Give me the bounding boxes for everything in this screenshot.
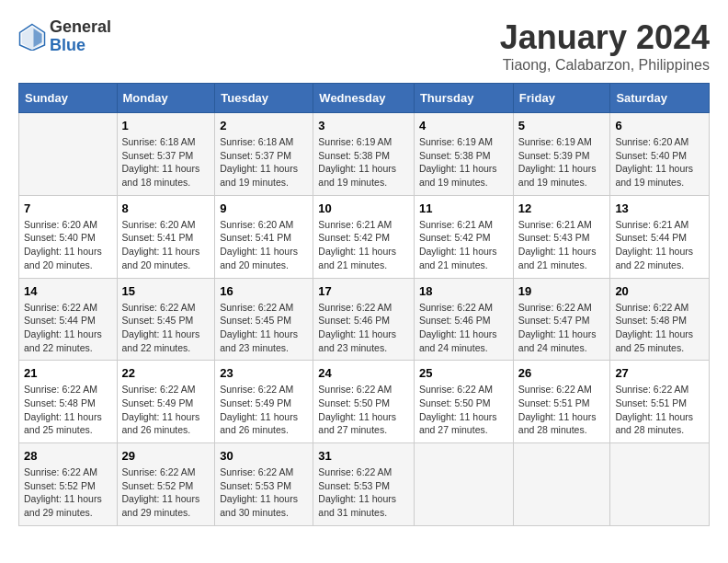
location-subtitle: Tiaong, Calabarzon, Philippines [500, 57, 710, 74]
calendar-cell: 24Sunrise: 6:22 AMSunset: 5:50 PMDayligh… [313, 361, 415, 443]
day-info: Sunrise: 6:21 AMSunset: 5:42 PMDaylight:… [419, 218, 508, 272]
weekday-header-thursday: Thursday [414, 84, 513, 113]
calendar-cell: 26Sunrise: 6:22 AMSunset: 5:51 PMDayligh… [513, 361, 610, 443]
calendar-cell: 28Sunrise: 6:22 AMSunset: 5:52 PMDayligh… [19, 443, 118, 526]
calendar-cell: 14Sunrise: 6:22 AMSunset: 5:44 PMDayligh… [19, 278, 118, 361]
day-info: Sunrise: 6:22 AMSunset: 5:52 PMDaylight:… [122, 465, 210, 520]
day-info: Sunrise: 6:22 AMSunset: 5:52 PMDaylight:… [24, 465, 112, 520]
week-row-2: 7Sunrise: 6:20 AMSunset: 5:40 PMDaylight… [19, 195, 710, 278]
day-number: 13 [615, 201, 704, 215]
day-info: Sunrise: 6:18 AMSunset: 5:37 PMDaylight:… [122, 135, 210, 190]
weekday-header-friday: Friday [513, 84, 610, 113]
calendar-cell: 16Sunrise: 6:22 AMSunset: 5:45 PMDayligh… [215, 278, 313, 361]
weekday-header-saturday: Saturday [610, 84, 710, 113]
calendar-cell: 11Sunrise: 6:21 AMSunset: 5:42 PMDayligh… [414, 195, 513, 278]
day-number: 6 [615, 119, 704, 132]
logo: General Blue [18, 18, 111, 55]
calendar-cell: 1Sunrise: 6:18 AMSunset: 5:37 PMDaylight… [117, 113, 215, 196]
day-info: Sunrise: 6:22 AMSunset: 5:46 PMDaylight:… [419, 301, 508, 355]
calendar-cell: 23Sunrise: 6:22 AMSunset: 5:49 PMDayligh… [215, 361, 313, 443]
day-info: Sunrise: 6:22 AMSunset: 5:50 PMDaylight:… [318, 383, 409, 437]
day-info: Sunrise: 6:20 AMSunset: 5:41 PMDaylight:… [220, 218, 308, 272]
day-info: Sunrise: 6:22 AMSunset: 5:49 PMDaylight:… [220, 383, 308, 437]
calendar-cell: 8Sunrise: 6:20 AMSunset: 5:41 PMDaylight… [117, 195, 215, 278]
day-info: Sunrise: 6:21 AMSunset: 5:43 PMDaylight:… [518, 218, 606, 272]
week-row-4: 21Sunrise: 6:22 AMSunset: 5:48 PMDayligh… [19, 361, 710, 443]
day-number: 14 [24, 284, 112, 298]
calendar-cell [513, 443, 610, 526]
day-number: 28 [24, 449, 112, 463]
weekday-header-row: SundayMondayTuesdayWednesdayThursdayFrid… [19, 84, 710, 113]
month-title: January 2024 [500, 18, 710, 57]
day-number: 8 [122, 201, 210, 215]
calendar-cell: 10Sunrise: 6:21 AMSunset: 5:42 PMDayligh… [313, 195, 415, 278]
weekday-header-tuesday: Tuesday [215, 84, 313, 113]
day-info: Sunrise: 6:20 AMSunset: 5:41 PMDaylight:… [122, 218, 210, 272]
day-number: 27 [615, 366, 704, 380]
week-row-5: 28Sunrise: 6:22 AMSunset: 5:52 PMDayligh… [19, 443, 710, 526]
calendar-cell: 4Sunrise: 6:19 AMSunset: 5:38 PMDaylight… [414, 113, 513, 196]
day-number: 9 [220, 201, 308, 215]
calendar-cell: 21Sunrise: 6:22 AMSunset: 5:48 PMDayligh… [19, 361, 118, 443]
day-info: Sunrise: 6:22 AMSunset: 5:46 PMDaylight:… [318, 301, 409, 355]
calendar-cell: 31Sunrise: 6:22 AMSunset: 5:53 PMDayligh… [313, 443, 415, 526]
day-info: Sunrise: 6:19 AMSunset: 5:38 PMDaylight:… [419, 135, 508, 190]
day-info: Sunrise: 6:22 AMSunset: 5:49 PMDaylight:… [122, 383, 210, 437]
day-number: 21 [24, 366, 112, 380]
day-info: Sunrise: 6:22 AMSunset: 5:48 PMDaylight:… [615, 301, 704, 355]
calendar-cell: 20Sunrise: 6:22 AMSunset: 5:48 PMDayligh… [610, 278, 710, 361]
logo-icon [18, 23, 46, 51]
week-row-3: 14Sunrise: 6:22 AMSunset: 5:44 PMDayligh… [19, 278, 710, 361]
day-info: Sunrise: 6:22 AMSunset: 5:51 PMDaylight:… [615, 383, 704, 437]
day-number: 3 [318, 119, 409, 132]
calendar-cell: 18Sunrise: 6:22 AMSunset: 5:46 PMDayligh… [414, 278, 513, 361]
day-info: Sunrise: 6:22 AMSunset: 5:47 PMDaylight:… [518, 301, 606, 355]
day-number: 2 [220, 119, 308, 132]
day-info: Sunrise: 6:22 AMSunset: 5:48 PMDaylight:… [24, 383, 112, 437]
day-info: Sunrise: 6:22 AMSunset: 5:51 PMDaylight:… [518, 383, 606, 437]
calendar-cell: 25Sunrise: 6:22 AMSunset: 5:50 PMDayligh… [414, 361, 513, 443]
calendar-cell [414, 443, 513, 526]
day-number: 23 [220, 366, 308, 380]
calendar-cell: 29Sunrise: 6:22 AMSunset: 5:52 PMDayligh… [117, 443, 215, 526]
calendar-cell: 2Sunrise: 6:18 AMSunset: 5:37 PMDaylight… [215, 113, 313, 196]
day-number: 16 [220, 284, 308, 298]
calendar-cell: 15Sunrise: 6:22 AMSunset: 5:45 PMDayligh… [117, 278, 215, 361]
day-number: 15 [122, 284, 210, 298]
day-number: 5 [518, 119, 606, 132]
day-info: Sunrise: 6:22 AMSunset: 5:50 PMDaylight:… [419, 383, 508, 437]
calendar-cell: 5Sunrise: 6:19 AMSunset: 5:39 PMDaylight… [513, 113, 610, 196]
day-info: Sunrise: 6:21 AMSunset: 5:44 PMDaylight:… [615, 218, 704, 272]
calendar-cell: 22Sunrise: 6:22 AMSunset: 5:49 PMDayligh… [117, 361, 215, 443]
day-number: 10 [318, 201, 409, 215]
calendar-cell: 7Sunrise: 6:20 AMSunset: 5:40 PMDaylight… [19, 195, 118, 278]
day-info: Sunrise: 6:18 AMSunset: 5:37 PMDaylight:… [220, 135, 308, 190]
day-number: 19 [518, 284, 606, 298]
week-row-1: 1Sunrise: 6:18 AMSunset: 5:37 PMDaylight… [19, 113, 710, 196]
day-number: 26 [518, 366, 606, 380]
day-info: Sunrise: 6:22 AMSunset: 5:53 PMDaylight:… [318, 465, 409, 520]
title-block: January 2024 Tiaong, Calabarzon, Philipp… [500, 18, 710, 74]
day-number: 24 [318, 366, 409, 380]
calendar-cell: 30Sunrise: 6:22 AMSunset: 5:53 PMDayligh… [215, 443, 313, 526]
calendar-cell: 19Sunrise: 6:22 AMSunset: 5:47 PMDayligh… [513, 278, 610, 361]
day-number: 11 [419, 201, 508, 215]
day-info: Sunrise: 6:22 AMSunset: 5:53 PMDaylight:… [220, 465, 308, 520]
day-info: Sunrise: 6:19 AMSunset: 5:39 PMDaylight:… [518, 135, 606, 190]
calendar-cell: 27Sunrise: 6:22 AMSunset: 5:51 PMDayligh… [610, 361, 710, 443]
day-info: Sunrise: 6:19 AMSunset: 5:38 PMDaylight:… [318, 135, 409, 190]
day-number: 22 [122, 366, 210, 380]
day-info: Sunrise: 6:22 AMSunset: 5:45 PMDaylight:… [220, 301, 308, 355]
calendar-cell: 3Sunrise: 6:19 AMSunset: 5:38 PMDaylight… [313, 113, 415, 196]
day-number: 17 [318, 284, 409, 298]
logo-text: General Blue [50, 18, 111, 55]
day-number: 20 [615, 284, 704, 298]
day-number: 29 [122, 449, 210, 463]
day-number: 25 [419, 366, 508, 380]
calendar-cell: 13Sunrise: 6:21 AMSunset: 5:44 PMDayligh… [610, 195, 710, 278]
day-info: Sunrise: 6:20 AMSunset: 5:40 PMDaylight:… [24, 218, 112, 272]
weekday-header-wednesday: Wednesday [313, 84, 415, 113]
calendar-cell [610, 443, 710, 526]
day-number: 18 [419, 284, 508, 298]
day-number: 12 [518, 201, 606, 215]
